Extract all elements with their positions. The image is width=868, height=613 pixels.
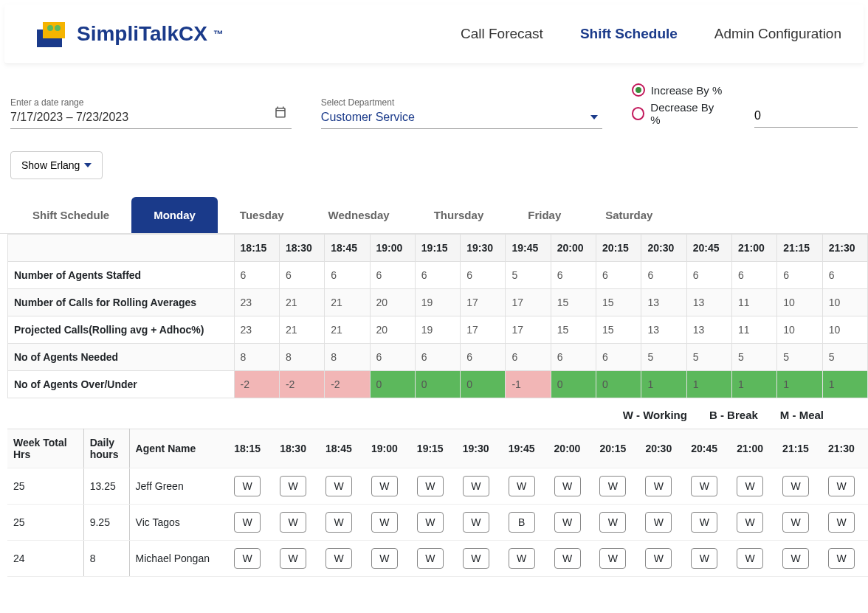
agent-status-button[interactable]: W [554,548,581,569]
increase-radio[interactable] [632,83,645,97]
agent-status-button[interactable]: W [371,548,398,569]
agent-slot-cell: W [320,505,365,541]
tab-shift-schedule[interactable]: Shift Schedule [10,197,131,233]
agent-status-button[interactable]: W [691,476,717,496]
agent-time-header: 21:30 [822,429,868,468]
agent-slot-cell: W [776,468,822,505]
agent-slot-cell: W [548,468,594,505]
show-erlang-button[interactable]: Show Erlang [10,151,103,179]
agent-section: Week Total HrsDaily hoursAgent Name18:15… [0,429,868,577]
agent-slot-cell: W [731,505,776,541]
agent-status-button[interactable]: W [645,476,672,496]
agent-status-button[interactable]: W [417,548,444,569]
brand-name: SimpliTalkCX [77,22,207,46]
department-value: Customer Service [321,108,602,124]
summary-cell: -2 [279,371,324,398]
agent-status-button[interactable]: W [280,512,306,533]
time-header: 20:45 [686,235,731,262]
nav-shift-schedule[interactable]: Shift Schedule [580,26,678,42]
time-header: 20:15 [596,235,641,262]
agent-status-button[interactable]: W [737,548,763,569]
percent-input[interactable] [754,106,858,128]
time-header: 21:15 [777,235,822,262]
agent-status-button[interactable]: W [554,512,581,533]
agent-status-button[interactable]: W [737,512,763,533]
nav-admin-config[interactable]: Admin Configuration [714,26,841,42]
tab-friday[interactable]: Friday [506,197,583,233]
increase-radio-row[interactable]: Increase By % [632,83,725,97]
summary-cell: 1 [641,371,686,398]
summary-cell: 8 [325,344,370,371]
tab-saturday[interactable]: Saturday [583,197,675,233]
nav-call-forecast[interactable]: Call Forecast [461,26,543,42]
agent-time-header: 18:30 [274,429,320,468]
agent-row: 2513.25Jeff GreenWWWWWWWWWWWWWW [7,468,868,505]
agent-status-button[interactable]: W [234,476,261,496]
agent-status-button[interactable]: W [828,512,855,533]
agent-status-button[interactable]: W [280,548,306,569]
summary-cell: 6 [596,262,641,289]
agent-status-button[interactable]: W [509,548,535,569]
agent-status-button[interactable]: W [782,512,809,533]
summary-cell: 17 [506,316,551,344]
agent-status-button[interactable]: W [463,476,489,496]
summary-cell: 10 [822,316,867,344]
logo-icon [34,19,69,49]
summary-cell: 1 [686,371,731,398]
tab-tuesday[interactable]: Tuesday [218,197,306,233]
agent-status-button[interactable]: W [599,476,626,496]
agent-status-button[interactable]: W [417,512,444,533]
agent-status-button[interactable]: W [782,548,809,569]
tab-wednesday[interactable]: Wednesday [306,197,412,233]
filter-bar: Enter a date range 7/17/2023 – 7/23/2023… [0,69,868,136]
agent-status-button[interactable]: W [234,548,261,569]
agent-status-button[interactable]: W [234,512,261,533]
date-range-field[interactable]: Enter a date range 7/17/2023 – 7/23/2023 [10,97,292,129]
agent-status-button[interactable]: W [326,512,352,533]
agent-status-button[interactable]: W [417,476,444,496]
agent-status-button[interactable]: W [326,548,352,569]
agent-status-button[interactable]: W [782,476,809,496]
summary-cell: 19 [415,289,460,316]
calendar-icon[interactable] [274,105,287,121]
summary-cell: -2 [234,371,279,398]
adjust-radio-group: Increase By % Decrease By % [632,83,725,129]
agent-status-button[interactable]: W [599,548,626,569]
agent-status-button[interactable]: W [463,548,489,569]
decrease-radio-row[interactable]: Decrease By % [632,101,725,126]
legend-break: B - Break [709,409,758,421]
agent-status-button[interactable]: W [828,476,855,496]
tab-thursday[interactable]: Thursday [412,197,506,233]
summary-cell: 20 [370,316,415,344]
agent-slot-cell: W [457,468,503,505]
summary-cell: 0 [370,371,415,398]
agent-status-button[interactable]: W [599,512,626,533]
agent-status-button[interactable]: W [371,476,398,496]
summary-cell: 15 [551,316,596,344]
department-label: Select Department [321,97,602,108]
department-select[interactable]: Select Department Customer Service [321,97,602,129]
agent-status-button[interactable]: W [509,476,535,496]
agent-status-button[interactable]: W [645,548,672,569]
agent-time-header: 20:45 [685,429,731,468]
agent-status-button[interactable]: W [737,476,763,496]
summary-cell: 6 [461,344,506,371]
agent-status-button[interactable]: W [828,548,855,569]
agent-slot-cell: W [503,468,548,505]
agent-slot-cell: W [822,468,868,505]
agent-status-button[interactable]: W [280,476,306,496]
agent-status-button[interactable]: W [326,476,352,496]
date-range-label: Enter a date range [10,97,292,108]
summary-cell: 21 [279,316,324,344]
agent-status-button[interactable]: W [691,548,717,569]
agent-status-button[interactable]: W [554,476,581,496]
summary-row-label: No of Agents Needed [8,344,235,371]
agent-status-button[interactable]: W [463,512,489,533]
agent-status-button[interactable]: B [509,512,535,533]
tab-monday[interactable]: Monday [131,197,218,233]
agent-status-button[interactable]: W [645,512,672,533]
agent-status-button[interactable]: W [691,512,717,533]
agent-slot-cell: W [457,505,503,541]
decrease-radio[interactable] [632,107,645,120]
agent-status-button[interactable]: W [371,512,398,533]
